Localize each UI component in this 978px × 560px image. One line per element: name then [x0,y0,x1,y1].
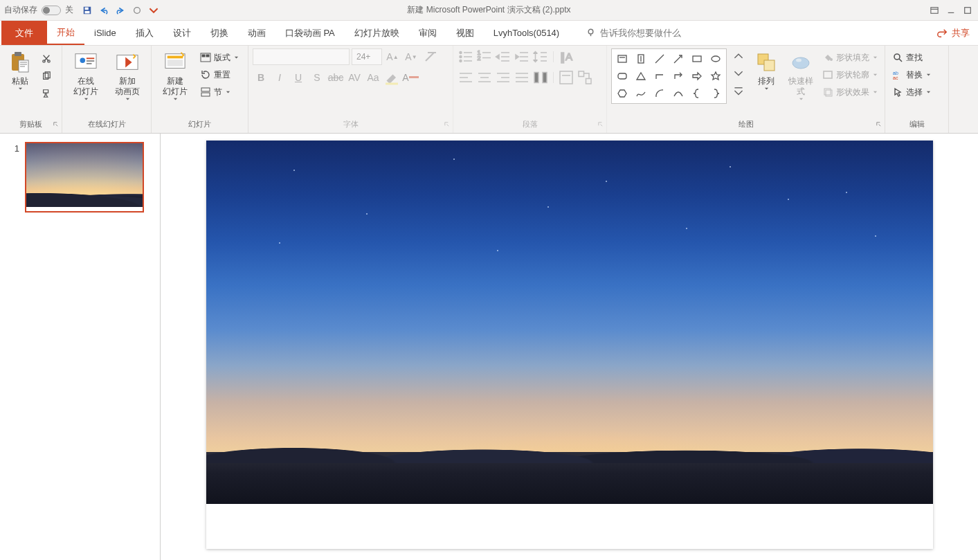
save-icon[interactable] [80,3,94,17]
paragraph-launcher-icon[interactable] [596,120,604,128]
decrease-font-icon[interactable]: A▼ [403,48,419,65]
tab-pocket-anim[interactable]: 口袋动画 PA [275,21,345,45]
align-right-icon[interactable] [495,69,511,86]
shape-elbow-arrow-icon[interactable] [669,68,687,84]
increase-indent-icon[interactable] [514,48,530,65]
select-button[interactable]: 选择 [889,84,934,100]
shape-arrow-icon[interactable] [669,51,687,67]
clipboard-launcher-icon[interactable] [51,120,60,128]
paste-button[interactable]: 粘贴 [4,48,36,91]
shape-right-arrow-icon[interactable] [688,68,706,84]
layout-button[interactable]: 版式 [197,50,242,65]
shapes-gallery[interactable] [611,48,727,104]
shadow-icon[interactable]: S [309,69,325,86]
shape-outline-dropdown-icon[interactable] [872,73,878,78]
ribbon-display-options-icon[interactable] [928,4,941,17]
paste-dropdown-icon[interactable] [17,87,23,91]
shape-brace-left-icon[interactable] [688,85,706,102]
numbering-icon[interactable]: 12 [476,48,493,65]
shape-elbow-connector-icon[interactable] [651,68,669,84]
shape-freeform-icon[interactable] [632,85,650,102]
tab-home[interactable]: 开始 [47,21,84,45]
reset-button[interactable]: 重置 [197,67,242,82]
shape-arc-icon[interactable] [651,85,669,102]
select-dropdown-icon[interactable] [925,90,931,95]
tab-insert[interactable]: 插入 [126,21,163,45]
font-name-combo[interactable] [253,48,350,65]
tab-animations[interactable]: 动画 [238,21,275,45]
justify-icon[interactable] [514,69,530,86]
slide-thumbnail-image[interactable] [25,142,144,213]
shape-hexagon-icon[interactable] [613,85,631,102]
redo-icon[interactable] [114,3,127,17]
shape-textbox-icon[interactable] [613,51,631,67]
section-button[interactable]: 节 [197,84,242,100]
quick-styles-dropdown-icon[interactable] [798,97,804,102]
shape-oval-icon[interactable] [707,51,725,67]
bullets-icon[interactable] [458,48,474,65]
maximize-icon[interactable] [961,4,974,17]
tab-design[interactable]: 设计 [163,21,201,45]
slide-editor-area[interactable] [161,134,978,560]
shape-rectangle-icon[interactable] [688,51,706,67]
font-highlight-icon[interactable] [383,69,400,86]
format-painter-icon[interactable] [39,86,54,101]
tell-me-box[interactable]: 告诉我你想要做什么 [586,21,681,45]
shapes-expand-icon[interactable] [731,83,746,98]
new-animation-page-dropdown-icon[interactable] [125,97,130,102]
arrange-dropdown-icon[interactable] [763,87,769,91]
shape-line-icon[interactable] [651,51,669,67]
new-animation-page-button[interactable]: 新加 动画页 [108,48,147,102]
find-button[interactable]: 查找 [889,50,934,65]
cut-icon[interactable] [39,51,54,66]
new-slide-dropdown-icon[interactable] [172,97,178,102]
tab-lvyhtools[interactable]: LvyhTools(0514) [484,21,569,45]
align-left-icon[interactable] [458,69,474,86]
drawing-launcher-icon[interactable] [874,120,882,128]
shape-brace-right-icon[interactable] [707,85,725,102]
align-text-icon[interactable] [558,69,574,86]
online-slide-dropdown-icon[interactable] [83,97,89,102]
line-spacing-icon[interactable] [532,48,549,65]
shape-rounded-rect-icon[interactable] [613,68,631,84]
share-button[interactable]: 共享 [936,21,970,45]
shape-fill-button[interactable]: 形状填充 [819,50,880,65]
replace-button[interactable]: abac 替换 [889,67,934,82]
columns-icon[interactable] [532,69,549,86]
character-spacing-icon[interactable]: AV [346,69,363,86]
shape-effects-dropdown-icon[interactable] [872,90,878,95]
increase-font-icon[interactable]: A▲ [384,48,401,65]
undo-icon[interactable] [97,3,111,17]
shape-effects-button[interactable]: 形状效果 [819,84,880,100]
section-dropdown-icon[interactable] [225,90,230,95]
quick-styles-button[interactable]: 快速样式 [785,48,817,102]
decrease-indent-icon[interactable] [495,48,511,65]
align-center-icon[interactable] [476,69,493,86]
shape-curve-icon[interactable] [669,85,687,102]
tab-transitions[interactable]: 切换 [201,21,238,45]
shape-fill-dropdown-icon[interactable] [872,55,878,60]
copy-icon[interactable] [39,69,54,84]
autosave-switch[interactable] [42,6,61,15]
new-slide-button[interactable]: 新建 幻灯片 [156,48,194,102]
strikethrough-icon[interactable]: abc [327,69,344,86]
tab-islide[interactable]: iSlide [84,21,126,45]
shapes-scroll-down-icon[interactable] [731,66,746,81]
slide-thumbnail-1[interactable]: 1 [11,142,149,213]
slide-canvas[interactable] [206,141,933,549]
replace-dropdown-icon[interactable] [925,73,931,78]
change-case-icon[interactable]: Aa [365,69,381,86]
layout-dropdown-icon[interactable] [233,55,239,60]
tab-review[interactable]: 审阅 [409,21,446,45]
font-color-icon[interactable]: A [402,69,419,86]
clear-formatting-icon[interactable] [422,48,438,65]
slide-thumbnail-pane[interactable]: 1 [0,134,161,560]
start-from-beginning-icon[interactable] [130,3,144,17]
shape-triangle-icon[interactable] [632,68,650,84]
font-size-combo[interactable]: 24+ [352,48,382,65]
bold-icon[interactable]: B [253,69,269,86]
underline-icon[interactable]: U [290,69,307,86]
shape-star-icon[interactable] [707,68,725,84]
italic-icon[interactable]: I [271,69,288,86]
tab-view[interactable]: 视图 [446,21,484,45]
